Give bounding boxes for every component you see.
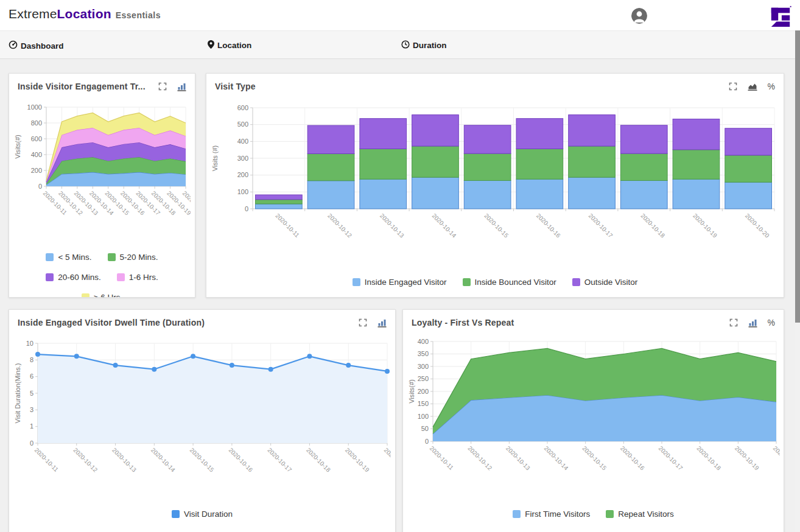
percent-toggle-icon[interactable]: % bbox=[768, 82, 775, 91]
svg-text:800: 800 bbox=[31, 119, 42, 127]
brand-location: Location bbox=[57, 7, 111, 21]
legend-item[interactable]: Outside Visitor bbox=[572, 278, 638, 287]
svg-text:200: 200 bbox=[417, 388, 428, 395]
legend-label: First Time Visitors bbox=[525, 509, 590, 519]
svg-text:2020-10-12: 2020-10-12 bbox=[326, 212, 353, 239]
legend-item[interactable]: < 5 Mins. bbox=[46, 253, 91, 262]
chart-legend: < 5 Mins.5-20 Mins.20-60 Mins.1-6 Hrs.> … bbox=[19, 253, 185, 298]
svg-text:1: 1 bbox=[30, 422, 33, 430]
svg-text:2020-10-17: 2020-10-17 bbox=[657, 445, 684, 472]
panel-title: Inside Visitor Engagement Tr... bbox=[18, 82, 152, 91]
duration-label: Duration bbox=[401, 40, 447, 51]
legend-swatch bbox=[463, 278, 471, 286]
svg-text:2020-10-11: 2020-10-11 bbox=[428, 445, 455, 472]
legend-swatch bbox=[606, 510, 614, 518]
vertical-scrollbar[interactable] bbox=[795, 30, 800, 532]
svg-text:2020-10-15: 2020-10-15 bbox=[189, 447, 216, 474]
panel-icon-group: % bbox=[729, 82, 775, 91]
legend-swatch bbox=[46, 273, 54, 281]
svg-text:2020-10-17: 2020-10-17 bbox=[266, 447, 293, 474]
svg-text:2020-10-20: 2020-10-20 bbox=[744, 212, 771, 239]
legend-swatch bbox=[108, 253, 116, 261]
svg-text:2020-10-14: 2020-10-14 bbox=[542, 445, 569, 472]
expand-icon[interactable] bbox=[729, 82, 737, 91]
legend-item[interactable]: 5-20 Mins. bbox=[108, 253, 158, 262]
legend-item[interactable]: Repeat Visitors bbox=[606, 509, 673, 519]
svg-text:350: 350 bbox=[417, 350, 428, 357]
brand-extreme: Extreme bbox=[9, 7, 57, 21]
svg-text:2020-10-19: 2020-10-19 bbox=[344, 447, 371, 474]
svg-text:2020-10-18: 2020-10-18 bbox=[305, 447, 332, 474]
user-avatar-icon[interactable] bbox=[631, 8, 647, 24]
svg-text:300: 300 bbox=[237, 155, 248, 162]
svg-text:2020-10-14: 2020-10-14 bbox=[150, 447, 177, 474]
dashboard-label: Dashboard bbox=[9, 40, 64, 51]
legend-item[interactable]: First Time Visitors bbox=[513, 509, 590, 519]
svg-text:2020-10-17: 2020-10-17 bbox=[588, 212, 614, 239]
chart-legend: First Time VisitorsRepeat Visitors bbox=[403, 509, 784, 519]
legend-label: Outside Visitor bbox=[584, 278, 638, 287]
dashboard-gauge-icon bbox=[9, 40, 18, 51]
svg-text:2020-10-11: 2020-10-11 bbox=[33, 447, 60, 474]
dwell-time-chart: 013568102020-10-112020-10-122020-10-1320… bbox=[13, 331, 391, 505]
loyalty-chart: 0501001502002503003504002020-10-112020-1… bbox=[407, 331, 780, 505]
svg-text:2020-10-19: 2020-10-19 bbox=[733, 445, 760, 472]
legend-item[interactable]: > 6 Hrs. bbox=[82, 293, 123, 298]
svg-text:8: 8 bbox=[30, 356, 33, 363]
scrollbar-thumb[interactable] bbox=[795, 30, 800, 323]
svg-text:Visits(#): Visits(#) bbox=[408, 379, 415, 404]
expand-icon[interactable] bbox=[158, 82, 167, 91]
column-chart-icon[interactable] bbox=[377, 318, 387, 327]
expand-icon[interactable] bbox=[729, 318, 738, 327]
svg-text:50: 50 bbox=[421, 425, 428, 432]
legend-swatch bbox=[513, 510, 521, 518]
svg-text:200: 200 bbox=[31, 167, 42, 174]
svg-text:Visit Duration(Mins.): Visit Duration(Mins.) bbox=[14, 363, 21, 424]
svg-text:2020-10-16: 2020-10-16 bbox=[619, 445, 645, 472]
filter-toolbar: Dashboard Analytics Location ExtremeNetw… bbox=[0, 30, 800, 59]
clock-icon bbox=[401, 40, 410, 51]
svg-text:6: 6 bbox=[30, 373, 33, 380]
column-chart-icon[interactable] bbox=[748, 318, 757, 327]
legend-item[interactable]: 1-6 Hrs. bbox=[117, 273, 158, 282]
legend-swatch bbox=[46, 253, 54, 261]
svg-text:2020-10-13: 2020-10-13 bbox=[504, 445, 531, 472]
svg-text:5: 5 bbox=[30, 390, 33, 397]
legend-item[interactable]: Visit Duration bbox=[172, 509, 233, 519]
svg-text:400: 400 bbox=[31, 151, 42, 158]
panel-visit-type: Visit Type % 01002003004005006002020-10-… bbox=[206, 73, 784, 298]
svg-text:0: 0 bbox=[30, 439, 33, 447]
visit-type-chart: 01002003004005006002020-10-112020-10-122… bbox=[211, 95, 779, 273]
svg-text:2020-10-19: 2020-10-19 bbox=[692, 212, 718, 239]
legend-item[interactable]: Inside Bounced Visitor bbox=[463, 278, 556, 287]
svg-text:250: 250 bbox=[417, 375, 428, 382]
expand-icon[interactable] bbox=[359, 318, 367, 327]
panel-icon-group bbox=[158, 82, 186, 91]
svg-text:Visits(#): Visits(#) bbox=[14, 135, 21, 159]
chart-legend: Visit Duration bbox=[9, 509, 395, 519]
panel-title: Loyalty - First Vs Repeat bbox=[412, 318, 723, 327]
svg-text:3: 3 bbox=[30, 406, 33, 413]
legend-item[interactable]: Inside Engaged Visitor bbox=[353, 278, 447, 287]
area-chart-icon[interactable] bbox=[748, 82, 757, 91]
svg-text:2020-10-11: 2020-10-11 bbox=[274, 212, 301, 239]
svg-text:0: 0 bbox=[424, 438, 428, 445]
legend-item[interactable]: 20-60 Mins. bbox=[46, 273, 101, 282]
legend-swatch bbox=[353, 278, 360, 286]
svg-text:2020-10-18: 2020-10-18 bbox=[695, 445, 722, 472]
svg-text:2020-10-20: 2020-10-20 bbox=[771, 445, 779, 472]
location-label: Location bbox=[208, 40, 251, 51]
svg-text:400: 400 bbox=[237, 138, 248, 145]
panel-icon-group: % bbox=[729, 318, 775, 327]
legend-label: > 6 Hrs. bbox=[94, 293, 123, 298]
legend-label: Inside Bounced Visitor bbox=[475, 278, 556, 287]
svg-text:2020-10-12: 2020-10-12 bbox=[72, 447, 99, 474]
legend-label: 20-60 Mins. bbox=[58, 273, 101, 282]
svg-text:10: 10 bbox=[26, 340, 33, 347]
percent-toggle-icon[interactable]: % bbox=[768, 318, 775, 327]
legend-label: Inside Engaged Visitor bbox=[365, 278, 447, 287]
column-chart-icon[interactable] bbox=[177, 82, 186, 91]
chart-legend: Inside Engaged VisitorInside Bounced Vis… bbox=[206, 278, 784, 287]
svg-text:Visits (#): Visits (#) bbox=[211, 145, 219, 172]
panel-dwell-time: Inside Engaged Visitor Dwell Time (Durat… bbox=[9, 309, 396, 532]
